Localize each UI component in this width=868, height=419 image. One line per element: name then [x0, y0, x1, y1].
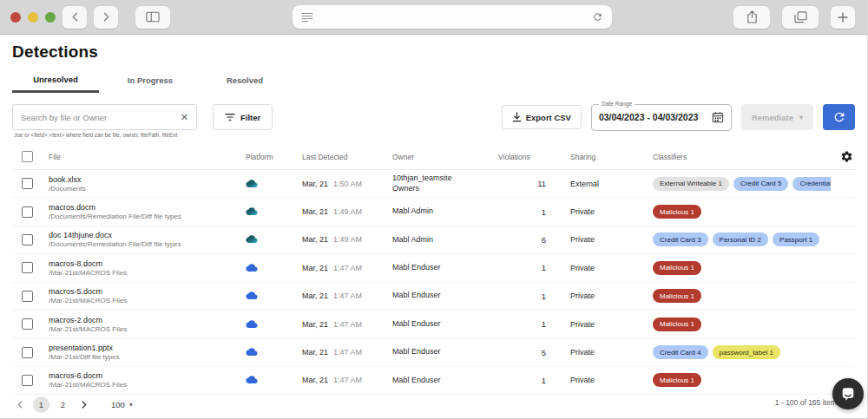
file-name: macros.docm: [49, 203, 241, 212]
browser-chrome: [0, 0, 867, 35]
chevron-right-icon: [81, 401, 88, 409]
download-icon: [512, 112, 522, 122]
filter-icon: [225, 113, 235, 121]
tab-resolved[interactable]: Resolved: [201, 68, 288, 93]
file-cell: book.xlsx/Documents: [49, 175, 241, 193]
table-row[interactable]: macros-2.docm/Mar-21st/MACROS FilesMar, …: [12, 311, 855, 338]
violations-cell: 1: [490, 263, 570, 272]
classifier-chip[interactable]: External Writeable 1: [653, 177, 729, 191]
header-platform: Platform: [241, 153, 302, 161]
classifier-chip[interactable]: Credit Card 5: [733, 177, 789, 191]
detected-time: 1:50 AM: [333, 180, 362, 188]
table-row[interactable]: book.xlsx/DocumentsMar, 211:50 AM10thjan…: [12, 170, 855, 198]
classifier-chip[interactable]: Malicious 1: [653, 289, 701, 303]
table-row[interactable]: macros-5.docm/Mar-21st/MACROS FilesMar, …: [12, 283, 855, 311]
last-detected-cell: Mar, 211:47 AM: [302, 264, 392, 272]
refresh-button[interactable]: [823, 104, 855, 130]
row-checkbox[interactable]: [22, 262, 33, 273]
classifier-chip[interactable]: Malicious 1: [653, 261, 701, 275]
close-window-button[interactable]: [10, 12, 21, 23]
search-input[interactable]: [21, 113, 181, 122]
detected-time: 1:49 AM: [333, 235, 362, 244]
zoom-window-button[interactable]: [45, 12, 56, 23]
previous-page-button[interactable]: [12, 397, 28, 413]
toolbar: ✕ Joe or <field>:<text> where field can …: [12, 103, 855, 131]
classifiers-cell: Malicious 1: [653, 205, 831, 219]
calendar-icon[interactable]: [712, 111, 724, 123]
filter-button[interactable]: Filter: [213, 104, 273, 130]
remediate-label: Remediate: [752, 113, 793, 122]
row-checkbox[interactable]: [22, 318, 33, 330]
file-cell: macros-2.docm/Mar-21st/MACROS Files: [49, 316, 241, 333]
refresh-icon: [832, 110, 846, 124]
date-range-field[interactable]: Date Range 03/04/2023 - 04/03/2023: [591, 104, 732, 131]
share-button[interactable]: [733, 6, 770, 29]
tab-overview-button[interactable]: [782, 6, 819, 29]
table-row[interactable]: presentation1.pptx/Mar-21st/Diff file ty…: [12, 338, 855, 366]
classifier-chip[interactable]: Credit Card 3: [653, 232, 708, 246]
tab-unresolved[interactable]: Unresolved: [12, 68, 99, 93]
table-row[interactable]: doc 14thjune.docx/Documents/Remediation …: [12, 226, 855, 254]
minimize-window-button[interactable]: [28, 12, 38, 23]
classifier-chip[interactable]: Personal ID 2: [713, 232, 768, 246]
select-all-checkbox[interactable]: [22, 151, 33, 162]
header-sharing: Sharing: [570, 153, 653, 161]
chat-widget-button[interactable]: [832, 378, 864, 409]
classifier-chip[interactable]: Malicious 1: [653, 318, 701, 331]
classifier-chip[interactable]: Passport 1: [773, 232, 819, 246]
date-range-value: 03/04/2023 - 04/03/2023: [599, 112, 712, 122]
row-checkbox[interactable]: [22, 375, 33, 386]
export-csv-button[interactable]: Export CSV: [502, 105, 582, 129]
forward-button[interactable]: [94, 6, 118, 29]
row-checkbox[interactable]: [22, 206, 33, 218]
tab-in-progress[interactable]: In Progress: [99, 68, 201, 93]
page-size-select[interactable]: 100 ▾: [111, 400, 133, 409]
detected-time: 1:47 AM: [333, 320, 362, 329]
file-path: /Documents/Remediation File/Diff file ty…: [49, 213, 241, 220]
sidebar-toggle-button[interactable]: [135, 6, 170, 29]
header-last-detected: Last Detected: [302, 153, 392, 161]
detected-date: Mar, 21: [302, 235, 328, 244]
row-checkbox[interactable]: [22, 347, 33, 358]
onedrive-cloud-icon: [241, 344, 302, 360]
classifiers-cell: Malicious 1: [653, 261, 831, 275]
file-name: doc 14thjune.docx: [49, 231, 241, 239]
detections-table: File Platform Last Detected Owner Violat…: [12, 144, 855, 395]
chevron-down-icon: ▾: [129, 401, 133, 409]
file-cell: doc 14thjune.docx/Documents/Remediation …: [49, 231, 241, 248]
detected-date: Mar, 21: [302, 207, 328, 216]
page-number-1[interactable]: 1: [33, 396, 49, 413]
row-checkbox[interactable]: [22, 291, 33, 302]
search-hint: Joe or <field>:<text> where field can be…: [14, 132, 177, 138]
page-number-2[interactable]: 2: [55, 396, 71, 413]
clear-search-icon[interactable]: ✕: [181, 113, 188, 122]
export-csv-label: Export CSV: [526, 113, 571, 122]
table-row[interactable]: macros-6.docm/Mar-21st/MACROS FilesMar, …: [12, 367, 855, 395]
classifier-chip[interactable]: password_label 1: [713, 345, 780, 359]
row-checkbox[interactable]: [22, 178, 33, 189]
back-button[interactable]: [62, 6, 87, 29]
sharing-cell: Private: [570, 291, 653, 300]
classifier-chip[interactable]: Malicious 1: [653, 205, 701, 219]
sharing-cell: Private: [570, 207, 653, 216]
gear-icon[interactable]: [840, 150, 853, 163]
next-page-button[interactable]: [76, 397, 92, 413]
classifier-chip[interactable]: Credit Card 4: [653, 345, 708, 359]
table-row[interactable]: macros-8.docm/Mar-21st/MACROS FilesMar, …: [12, 254, 855, 282]
violations-cell: 1: [490, 207, 570, 217]
header-owner: Owner: [392, 153, 490, 161]
classifier-chip[interactable]: Malicious 1: [653, 373, 701, 387]
new-tab-button[interactable]: [831, 6, 855, 29]
file-path: /Documents: [49, 185, 241, 193]
address-bar[interactable]: [293, 5, 612, 29]
detected-date: Mar, 21: [302, 320, 328, 329]
reload-icon[interactable]: [592, 11, 603, 23]
owner-cell: Mabl Enduser: [392, 319, 490, 330]
classifier-chip[interactable]: Credentials 1: [792, 177, 831, 191]
classifiers-cell: External Writeable 1Credit Card 5Credent…: [653, 177, 831, 191]
last-detected-cell: Mar, 211:49 AM: [302, 235, 392, 244]
remediate-button[interactable]: Remediate ▾: [741, 104, 813, 130]
table-row[interactable]: macros.docm/Documents/Remediation File/D…: [12, 198, 855, 226]
reader-lines-icon: [301, 12, 313, 23]
row-checkbox[interactable]: [22, 234, 33, 246]
